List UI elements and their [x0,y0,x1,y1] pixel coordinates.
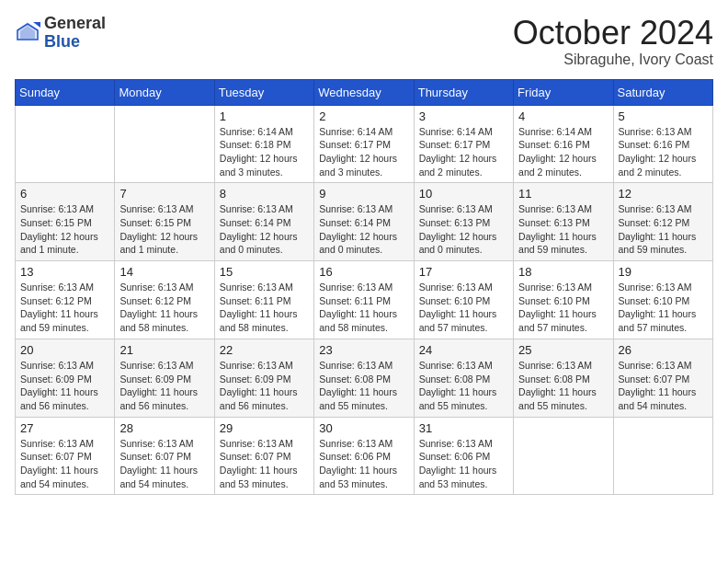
day-detail: Sunrise: 6:13 AM Sunset: 6:10 PM Dayligh… [419,281,508,335]
weekday-header-tuesday: Tuesday [214,79,313,105]
calendar-cell [115,105,214,183]
calendar-cell: 23Sunrise: 6:13 AM Sunset: 6:08 PM Dayli… [314,339,414,417]
day-detail: Sunrise: 6:13 AM Sunset: 6:08 PM Dayligh… [518,359,608,413]
day-detail: Sunrise: 6:13 AM Sunset: 6:06 PM Dayligh… [319,437,408,491]
calendar-cell: 4Sunrise: 6:14 AM Sunset: 6:16 PM Daylig… [514,105,613,183]
weekday-header-friday: Friday [514,79,613,105]
day-number: 30 [319,421,408,435]
weekday-header-sunday: Sunday [16,79,115,105]
day-detail: Sunrise: 6:13 AM Sunset: 6:07 PM Dayligh… [220,437,309,491]
calendar-week-5: 27Sunrise: 6:13 AM Sunset: 6:07 PM Dayli… [16,417,713,495]
page-header: General Blue October 2024 Sibraguhe, Ivo… [15,15,713,68]
day-detail: Sunrise: 6:13 AM Sunset: 6:09 PM Dayligh… [20,359,109,413]
day-number: 8 [220,187,309,201]
calendar-table: SundayMondayTuesdayWednesdayThursdayFrid… [15,79,713,496]
calendar-cell: 30Sunrise: 6:13 AM Sunset: 6:06 PM Dayli… [314,417,414,495]
day-number: 10 [419,187,508,201]
day-detail: Sunrise: 6:13 AM Sunset: 6:08 PM Dayligh… [419,359,508,413]
day-number: 5 [619,109,708,123]
day-number: 12 [619,187,708,201]
day-detail: Sunrise: 6:13 AM Sunset: 6:09 PM Dayligh… [119,359,209,413]
calendar-cell: 9Sunrise: 6:13 AM Sunset: 6:14 PM Daylig… [314,183,414,261]
calendar-cell: 2Sunrise: 6:14 AM Sunset: 6:17 PM Daylig… [314,105,414,183]
day-detail: Sunrise: 6:13 AM Sunset: 6:07 PM Dayligh… [619,359,708,413]
calendar-cell: 26Sunrise: 6:13 AM Sunset: 6:07 PM Dayli… [613,339,712,417]
day-detail: Sunrise: 6:13 AM Sunset: 6:11 PM Dayligh… [220,281,309,335]
calendar-cell: 28Sunrise: 6:13 AM Sunset: 6:07 PM Dayli… [115,417,214,495]
calendar-cell: 10Sunrise: 6:13 AM Sunset: 6:13 PM Dayli… [414,183,513,261]
day-number: 23 [319,343,408,357]
calendar-cell: 1Sunrise: 6:14 AM Sunset: 6:18 PM Daylig… [214,105,313,183]
calendar-cell: 5Sunrise: 6:13 AM Sunset: 6:16 PM Daylig… [613,105,712,183]
day-number: 7 [119,187,209,201]
day-detail: Sunrise: 6:13 AM Sunset: 6:13 PM Dayligh… [518,202,608,257]
calendar-cell: 19Sunrise: 6:13 AM Sunset: 6:10 PM Dayli… [613,261,712,339]
day-number: 19 [619,265,708,279]
day-detail: Sunrise: 6:14 AM Sunset: 6:16 PM Dayligh… [518,125,608,179]
calendar-cell: 20Sunrise: 6:13 AM Sunset: 6:09 PM Dayli… [16,339,115,417]
calendar-cell: 24Sunrise: 6:13 AM Sunset: 6:08 PM Dayli… [414,339,513,417]
calendar-cell: 13Sunrise: 6:13 AM Sunset: 6:12 PM Dayli… [16,261,115,339]
day-detail: Sunrise: 6:13 AM Sunset: 6:16 PM Dayligh… [619,125,708,179]
day-detail: Sunrise: 6:13 AM Sunset: 6:09 PM Dayligh… [220,359,309,413]
day-number: 21 [119,343,209,357]
calendar-cell: 31Sunrise: 6:13 AM Sunset: 6:06 PM Dayli… [414,417,513,495]
day-number: 3 [419,109,508,123]
calendar-header: SundayMondayTuesdayWednesdayThursdayFrid… [16,79,713,105]
logo-text: General Blue [44,15,106,52]
day-detail: Sunrise: 6:14 AM Sunset: 6:17 PM Dayligh… [419,125,508,179]
calendar-week-3: 13Sunrise: 6:13 AM Sunset: 6:12 PM Dayli… [16,261,713,339]
day-detail: Sunrise: 6:14 AM Sunset: 6:17 PM Dayligh… [319,125,408,179]
day-number: 29 [220,421,309,435]
calendar-cell: 17Sunrise: 6:13 AM Sunset: 6:10 PM Dayli… [414,261,513,339]
calendar-cell: 29Sunrise: 6:13 AM Sunset: 6:07 PM Dayli… [214,417,313,495]
day-detail: Sunrise: 6:13 AM Sunset: 6:12 PM Dayligh… [619,202,708,257]
day-number: 24 [419,343,508,357]
calendar-cell: 16Sunrise: 6:13 AM Sunset: 6:11 PM Dayli… [314,261,414,339]
day-number: 13 [20,265,109,279]
day-detail: Sunrise: 6:13 AM Sunset: 6:14 PM Dayligh… [319,202,408,257]
day-number: 14 [119,265,209,279]
day-number: 17 [419,265,508,279]
day-detail: Sunrise: 6:13 AM Sunset: 6:07 PM Dayligh… [20,437,109,491]
title-block: October 2024 Sibraguhe, Ivory Coast [513,15,713,68]
day-number: 6 [20,187,109,201]
calendar-cell: 15Sunrise: 6:13 AM Sunset: 6:11 PM Dayli… [214,261,313,339]
calendar-cell: 18Sunrise: 6:13 AM Sunset: 6:10 PM Dayli… [514,261,613,339]
weekday-header-thursday: Thursday [414,79,513,105]
day-number: 4 [518,109,608,123]
day-detail: Sunrise: 6:13 AM Sunset: 6:10 PM Dayligh… [619,281,708,335]
day-detail: Sunrise: 6:14 AM Sunset: 6:18 PM Dayligh… [220,125,309,179]
weekday-header-wednesday: Wednesday [314,79,414,105]
day-number: 26 [619,343,708,357]
day-number: 28 [119,421,209,435]
weekday-header-saturday: Saturday [613,79,712,105]
calendar-cell: 11Sunrise: 6:13 AM Sunset: 6:13 PM Dayli… [514,183,613,261]
day-number: 31 [419,421,508,435]
calendar-cell: 27Sunrise: 6:13 AM Sunset: 6:07 PM Dayli… [16,417,115,495]
calendar-cell: 25Sunrise: 6:13 AM Sunset: 6:08 PM Dayli… [514,339,613,417]
calendar-cell: 22Sunrise: 6:13 AM Sunset: 6:09 PM Dayli… [214,339,313,417]
logo-icon [15,20,40,46]
day-number: 9 [319,187,408,201]
day-detail: Sunrise: 6:13 AM Sunset: 6:15 PM Dayligh… [119,202,209,257]
day-number: 16 [319,265,408,279]
month-title: October 2024 [513,15,713,52]
calendar-cell: 8Sunrise: 6:13 AM Sunset: 6:14 PM Daylig… [214,183,313,261]
calendar-cell: 6Sunrise: 6:13 AM Sunset: 6:15 PM Daylig… [16,183,115,261]
logo-blue: Blue [44,33,106,52]
calendar-cell [514,417,613,495]
calendar-week-4: 20Sunrise: 6:13 AM Sunset: 6:09 PM Dayli… [16,339,713,417]
day-number: 1 [220,109,309,123]
day-number: 11 [518,187,608,201]
day-detail: Sunrise: 6:13 AM Sunset: 6:07 PM Dayligh… [119,437,209,491]
day-detail: Sunrise: 6:13 AM Sunset: 6:15 PM Dayligh… [20,202,109,257]
day-detail: Sunrise: 6:13 AM Sunset: 6:12 PM Dayligh… [119,281,209,335]
calendar-body: 1Sunrise: 6:14 AM Sunset: 6:18 PM Daylig… [16,105,713,495]
day-detail: Sunrise: 6:13 AM Sunset: 6:08 PM Dayligh… [319,359,408,413]
calendar-cell [16,105,115,183]
calendar-cell: 14Sunrise: 6:13 AM Sunset: 6:12 PM Dayli… [115,261,214,339]
day-number: 2 [319,109,408,123]
day-number: 18 [518,265,608,279]
day-detail: Sunrise: 6:13 AM Sunset: 6:06 PM Dayligh… [419,437,508,491]
